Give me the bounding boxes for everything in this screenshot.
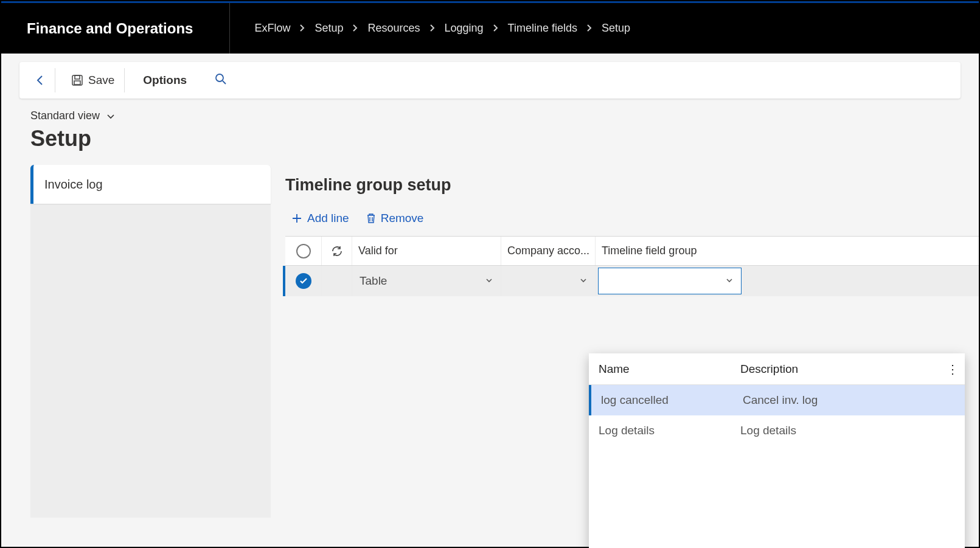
- svg-point-3: [216, 74, 223, 82]
- lookup-header: Name Description ⋮: [589, 353, 965, 385]
- company-cell[interactable]: [501, 266, 596, 296]
- breadcrumb-item[interactable]: ExFlow: [254, 22, 290, 35]
- top-navigation-bar: Finance and Operations ExFlow Setup Reso…: [1, 1, 979, 54]
- chevron-down-icon: [106, 111, 116, 121]
- select-all-header[interactable]: [285, 237, 322, 265]
- action-bar: Save Options: [19, 62, 961, 99]
- search-icon: [215, 73, 227, 85]
- row-status-cell: [322, 266, 352, 296]
- chevron-right-icon: [299, 22, 306, 35]
- lookup-row[interactable]: log cancelled Cancel inv. log: [589, 385, 965, 415]
- column-company[interactable]: Company acco...: [501, 237, 596, 265]
- back-button[interactable]: [29, 68, 55, 92]
- search-button[interactable]: [205, 73, 237, 88]
- line-actions: Add line Remove: [285, 212, 979, 225]
- more-options-button[interactable]: ⋮: [940, 362, 965, 376]
- chevron-down-icon: [485, 274, 493, 288]
- row-selector[interactable]: [285, 266, 322, 296]
- grid-header: Valid for Company acco... Timeline field…: [285, 237, 979, 266]
- arrow-left-icon: [33, 74, 46, 87]
- save-icon: [71, 74, 83, 86]
- timeline-group-cell[interactable]: [596, 266, 745, 296]
- lookup-name: log cancelled: [591, 394, 740, 407]
- lookup-col-description[interactable]: Description: [738, 362, 940, 376]
- chevron-right-icon: [492, 22, 499, 35]
- chevron-right-icon: [352, 22, 359, 35]
- column-timeline-group[interactable]: Timeline field group: [596, 237, 745, 265]
- breadcrumb-item[interactable]: Setup: [315, 22, 343, 35]
- valid-for-value: Table: [360, 274, 387, 288]
- svg-rect-2: [74, 81, 80, 85]
- chevron-right-icon: [586, 22, 593, 35]
- save-button[interactable]: Save: [61, 68, 125, 92]
- breadcrumb-item[interactable]: Logging: [445, 22, 484, 35]
- plus-icon: [291, 213, 302, 224]
- lookup-desc: Cancel inv. log: [740, 394, 965, 407]
- view-switcher[interactable]: Standard view: [30, 109, 950, 122]
- chevron-right-icon: [429, 22, 436, 35]
- breadcrumb-item[interactable]: Setup: [602, 22, 630, 35]
- chevron-down-icon: [579, 274, 588, 288]
- save-label: Save: [88, 74, 114, 87]
- side-tab-label: Invoice log: [44, 178, 103, 192]
- valid-for-cell[interactable]: Table: [352, 266, 501, 296]
- column-spacer: [745, 237, 979, 265]
- options-button[interactable]: Options: [131, 74, 199, 87]
- breadcrumb-item[interactable]: Timeline fields: [508, 22, 577, 35]
- lookup-col-name[interactable]: Name: [589, 362, 738, 376]
- page-header: Standard view Setup: [1, 99, 979, 158]
- side-tabs: Invoice log: [30, 165, 271, 518]
- view-switcher-label: Standard view: [30, 109, 100, 122]
- side-tab-invoice-log[interactable]: Invoice log: [30, 165, 271, 204]
- svg-rect-1: [75, 75, 80, 79]
- table-row[interactable]: Table: [283, 266, 979, 296]
- remove-label: Remove: [381, 212, 424, 225]
- breadcrumb-item[interactable]: Resources: [367, 22, 420, 35]
- body-area: Invoice log Timeline group setup Add lin…: [30, 165, 979, 518]
- lookup-name: Log details: [589, 424, 738, 437]
- vertical-dots-icon: ⋮: [947, 362, 959, 376]
- remove-button[interactable]: Remove: [366, 212, 424, 225]
- row-spacer: [745, 266, 979, 296]
- page-title: Setup: [30, 126, 950, 151]
- add-line-label: Add line: [307, 212, 349, 225]
- lookup-row[interactable]: Log details Log details: [589, 415, 965, 446]
- content-title: Timeline group setup: [285, 176, 979, 195]
- breadcrumb: ExFlow Setup Resources Logging Timeline …: [230, 22, 630, 35]
- content-pane: Timeline group setup Add line Remove: [271, 165, 979, 518]
- trash-icon: [366, 213, 376, 224]
- app-title: Finance and Operations: [27, 3, 230, 54]
- chevron-down-icon: [725, 274, 734, 288]
- circle-checkbox-icon: [296, 244, 311, 258]
- lookup-dropdown: Name Description ⋮ log cancelled Cancel …: [589, 353, 965, 548]
- checkmark-icon: [296, 273, 311, 289]
- refresh-icon: [331, 245, 343, 257]
- refresh-header[interactable]: [322, 237, 352, 265]
- add-line-button[interactable]: Add line: [291, 212, 349, 225]
- column-valid-for[interactable]: Valid for: [352, 237, 501, 265]
- lookup-desc: Log details: [738, 424, 965, 437]
- data-grid: Valid for Company acco... Timeline field…: [285, 236, 979, 296]
